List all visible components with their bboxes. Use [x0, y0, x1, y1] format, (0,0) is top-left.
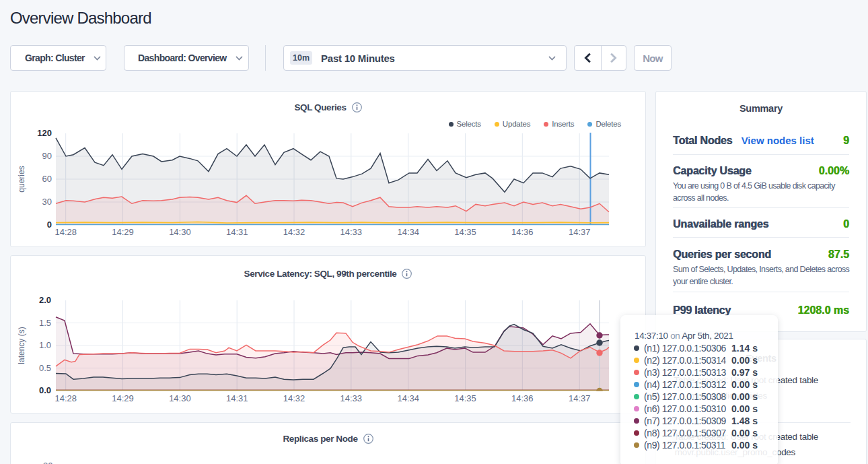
svg-text:14:33: 14:33 [340, 393, 363, 403]
svg-text:queries: queries [17, 166, 26, 192]
svg-text:1.0: 1.0 [39, 340, 51, 350]
svg-text:latency (s): latency (s) [17, 327, 26, 364]
svg-text:14:28: 14:28 [55, 393, 77, 403]
svg-text:0: 0 [47, 220, 52, 230]
svg-text:60: 60 [42, 174, 52, 184]
svg-text:0.0: 0.0 [39, 385, 51, 395]
svg-text:14:35: 14:35 [454, 227, 476, 237]
svg-text:30: 30 [42, 197, 52, 207]
svg-text:14:32: 14:32 [283, 227, 305, 237]
svg-text:14:31: 14:31 [226, 393, 248, 403]
svg-text:0.5: 0.5 [39, 363, 51, 373]
svg-text:1.5: 1.5 [39, 318, 51, 328]
svg-text:2.0: 2.0 [39, 295, 51, 305]
svg-text:14:34: 14:34 [397, 227, 419, 237]
svg-text:14:36: 14:36 [511, 393, 534, 403]
svg-text:14:37: 14:37 [569, 393, 591, 403]
svg-text:120: 120 [37, 128, 52, 138]
svg-text:14:36: 14:36 [511, 227, 534, 237]
svg-text:90: 90 [42, 151, 52, 161]
svg-text:14:30: 14:30 [169, 393, 191, 403]
svg-text:14:29: 14:29 [112, 227, 134, 237]
svg-text:14:37: 14:37 [569, 227, 591, 237]
svg-text:14:29: 14:29 [112, 393, 134, 403]
svg-text:14:28: 14:28 [55, 227, 77, 237]
svg-text:14:31: 14:31 [226, 227, 248, 237]
svg-text:14:35: 14:35 [454, 393, 476, 403]
svg-text:14:30: 14:30 [169, 227, 191, 237]
svg-text:14:32: 14:32 [283, 393, 305, 403]
svg-text:14:33: 14:33 [340, 227, 363, 237]
svg-text:14:34: 14:34 [397, 393, 419, 403]
